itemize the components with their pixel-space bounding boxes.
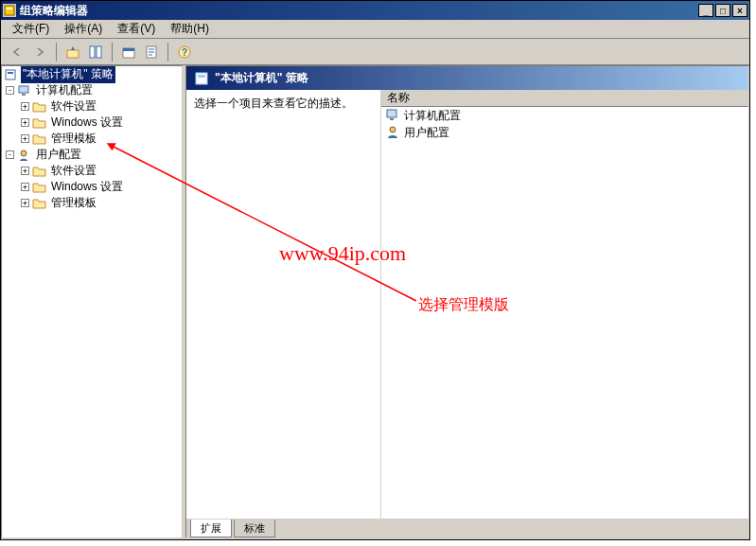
folder-icon (32, 100, 47, 114)
menu-help[interactable]: 帮助(H) (163, 19, 217, 39)
tab-standard[interactable]: 标准 (234, 520, 275, 537)
tree-computer-config[interactable]: - 计算机配置 (2, 82, 182, 98)
svg-rect-15 (196, 73, 207, 84)
tree-windows-settings[interactable]: + Windows 设置 (2, 114, 182, 131)
list-item-label: 计算机配置 (404, 108, 461, 124)
menubar: 文件(F) 操作(A) 查看(V) 帮助(H) (1, 20, 749, 39)
svg-rect-4 (97, 46, 101, 58)
list-column-header[interactable]: 名称 (381, 90, 748, 107)
tree-panel[interactable]: "本地计算机" 策略 - 计算机配置 + 软件设置 + Windows 设置 +… (1, 65, 183, 538)
policy-icon (4, 68, 19, 81)
folder-icon (32, 165, 47, 178)
folder-icon (32, 116, 47, 130)
folder-icon (32, 181, 47, 194)
description-text: 选择一个项目来查看它的描述。 (194, 96, 373, 112)
tree-user-admin-templates[interactable]: + 管理模板 (2, 195, 182, 211)
toolbar: ? (1, 39, 749, 65)
right-header: "本地计算机" 策略 (186, 66, 748, 90)
tree-admin-templates[interactable]: + 管理模板 (2, 131, 182, 147)
app-window: 组策略编辑器 _ □ × 文件(F) 操作(A) 查看(V) 帮助(H) ? "… (0, 0, 750, 540)
svg-point-19 (390, 127, 396, 132)
expand-icon[interactable]: + (21, 134, 29, 143)
svg-rect-2 (67, 50, 79, 58)
folder-icon (32, 132, 47, 146)
collapse-icon[interactable]: - (6, 150, 14, 159)
expand-icon[interactable]: + (21, 102, 29, 111)
collapse-icon[interactable]: - (6, 86, 14, 95)
toolbar-separator (167, 43, 168, 62)
svg-rect-17 (387, 110, 396, 117)
user-icon (17, 149, 32, 162)
folder-icon (32, 197, 47, 210)
svg-rect-3 (90, 46, 95, 58)
show-hide-button[interactable] (85, 42, 106, 62)
expand-icon[interactable]: + (21, 118, 29, 127)
list-panel: 名称 计算机配置 用户配置 (380, 90, 748, 519)
menu-file[interactable]: 文件(F) (5, 19, 57, 39)
tree-user-windows-settings[interactable]: + Windows 设置 (2, 179, 182, 195)
minimize-button[interactable]: _ (698, 4, 713, 17)
svg-rect-10 (6, 70, 15, 79)
policy-icon (194, 71, 209, 86)
forward-button (29, 42, 50, 62)
svg-rect-1 (7, 8, 12, 9)
computer-icon (385, 108, 400, 123)
user-icon (385, 125, 400, 140)
app-icon (3, 4, 16, 17)
maximize-button[interactable]: □ (715, 4, 730, 17)
svg-rect-18 (390, 118, 394, 120)
right-header-title: "本地计算机" 策略 (215, 70, 308, 86)
tree-root[interactable]: "本地计算机" 策略 (2, 66, 182, 82)
back-button (7, 42, 27, 62)
svg-rect-16 (198, 75, 205, 78)
tab-extended[interactable]: 扩展 (190, 520, 232, 537)
svg-rect-12 (19, 86, 28, 93)
list-item-user-config[interactable]: 用户配置 (381, 124, 748, 141)
menu-action[interactable]: 操作(A) (57, 19, 110, 39)
expand-icon[interactable]: + (21, 199, 29, 207)
list-item-computer-config[interactable]: 计算机配置 (381, 107, 748, 124)
toolbar-separator (56, 43, 57, 62)
help-button[interactable]: ? (174, 42, 195, 62)
svg-rect-0 (5, 6, 14, 15)
window-title: 组策略编辑器 (20, 3, 88, 19)
tree-label: 管理模板 (49, 194, 98, 212)
up-button[interactable] (62, 42, 83, 62)
window-buttons: _ □ × (698, 4, 747, 17)
expand-icon[interactable]: + (21, 183, 29, 191)
svg-rect-11 (8, 72, 13, 74)
right-panel: "本地计算机" 策略 选择一个项目来查看它的描述。 名称 计算机配置 (185, 65, 749, 538)
content-area: "本地计算机" 策略 - 计算机配置 + 软件设置 + Windows 设置 +… (1, 65, 749, 538)
tree-software-settings[interactable]: + 软件设置 (2, 98, 182, 114)
tree-user-config[interactable]: - 用户配置 (2, 147, 182, 163)
expand-icon[interactable]: + (21, 167, 29, 175)
tabs: 扩展 标准 (186, 519, 748, 537)
properties-button[interactable] (118, 42, 139, 62)
toolbar-separator (112, 43, 113, 62)
svg-point-14 (21, 150, 26, 156)
svg-rect-13 (22, 94, 26, 96)
export-button[interactable] (141, 42, 162, 62)
close-button[interactable]: × (732, 4, 747, 17)
computer-icon (17, 84, 32, 97)
list-item-label: 用户配置 (404, 125, 449, 141)
description-panel: 选择一个项目来查看它的描述。 (186, 90, 380, 519)
menu-view[interactable]: 查看(V) (110, 19, 163, 39)
svg-rect-6 (123, 48, 134, 51)
svg-text:?: ? (182, 47, 187, 58)
titlebar-left: 组策略编辑器 (3, 3, 88, 19)
titlebar: 组策略编辑器 _ □ × (1, 1, 749, 20)
column-name-label: 名称 (387, 90, 410, 106)
tree-user-software-settings[interactable]: + 软件设置 (2, 163, 182, 179)
right-body: 选择一个项目来查看它的描述。 名称 计算机配置 用户配置 (186, 90, 748, 519)
